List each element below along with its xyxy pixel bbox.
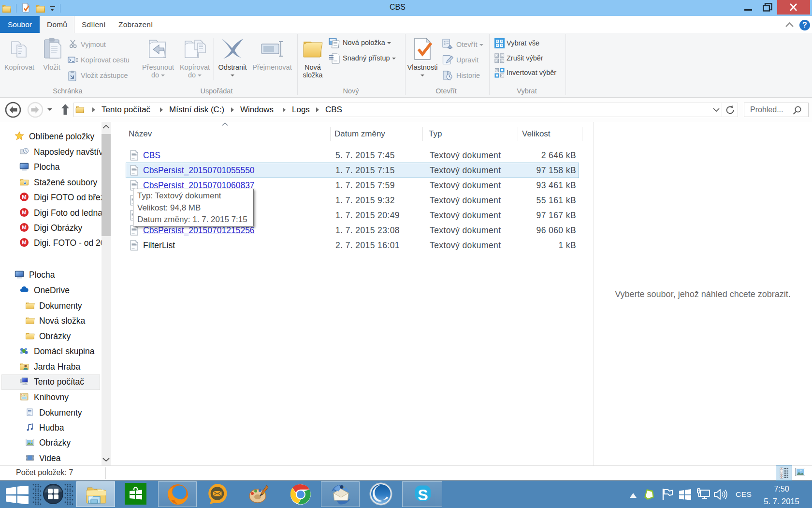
svg-text:S: S <box>418 486 428 504</box>
